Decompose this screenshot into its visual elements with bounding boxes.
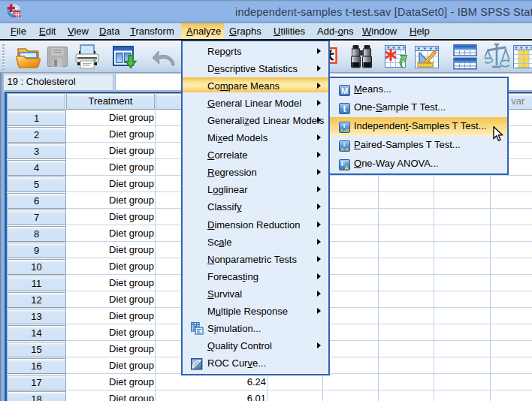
svg-text:A-A: A-A bbox=[340, 147, 349, 152]
svg-text:A: A bbox=[344, 165, 348, 170]
svg-text:t: t bbox=[343, 104, 346, 114]
svg-text:A+B: A+B bbox=[340, 128, 349, 133]
svg-text:M: M bbox=[341, 86, 348, 95]
